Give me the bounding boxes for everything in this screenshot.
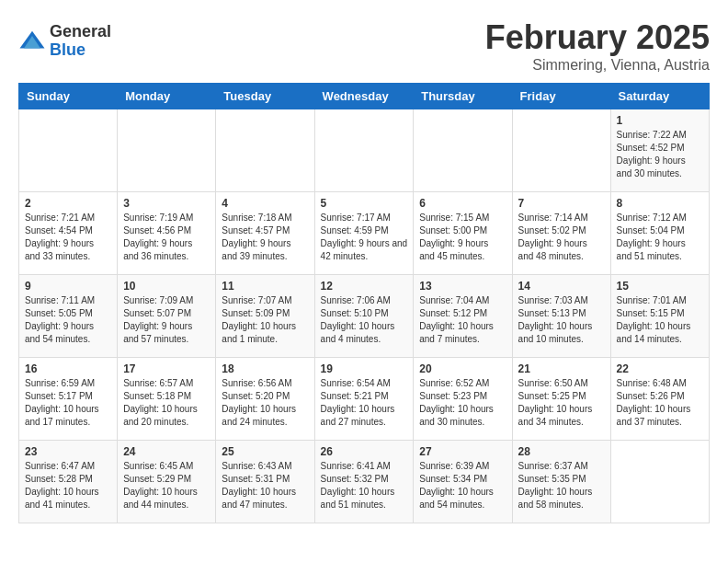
calendar-day-cell: 13Sunrise: 7:04 AM Sunset: 5:12 PM Dayli…	[414, 275, 512, 358]
day-info: Sunrise: 6:54 AM Sunset: 5:21 PM Dayligh…	[321, 377, 408, 429]
day-info: Sunrise: 7:07 AM Sunset: 5:09 PM Dayligh…	[222, 294, 308, 346]
calendar-day-cell: 15Sunrise: 7:01 AM Sunset: 5:15 PM Dayli…	[610, 275, 709, 358]
location: Simmering, Vienna, Austria	[485, 57, 710, 74]
calendar-day-cell: 18Sunrise: 6:56 AM Sunset: 5:20 PM Dayli…	[216, 358, 314, 441]
day-number: 21	[518, 362, 605, 375]
day-number: 24	[123, 445, 210, 458]
day-info: Sunrise: 6:47 AM Sunset: 5:28 PM Dayligh…	[25, 460, 111, 511]
day-info: Sunrise: 7:14 AM Sunset: 5:02 PM Dayligh…	[518, 212, 605, 263]
day-number: 18	[222, 362, 308, 375]
day-info: Sunrise: 6:41 AM Sunset: 5:32 PM Dayligh…	[321, 460, 408, 511]
day-info: Sunrise: 7:09 AM Sunset: 5:07 PM Dayligh…	[123, 294, 210, 346]
calendar-day-cell: 21Sunrise: 6:50 AM Sunset: 5:25 PM Dayli…	[512, 358, 610, 441]
day-info: Sunrise: 6:52 AM Sunset: 5:23 PM Dayligh…	[419, 377, 506, 429]
title-section: February 2025 Simmering, Vienna, Austria	[485, 18, 710, 74]
calendar-day-cell: 2Sunrise: 7:21 AM Sunset: 4:54 PM Daylig…	[19, 192, 118, 275]
calendar-day-cell	[19, 109, 118, 192]
calendar-day-cell	[512, 109, 610, 192]
day-number: 1	[617, 114, 703, 127]
day-number: 26	[321, 445, 408, 458]
day-number: 28	[518, 445, 605, 458]
weekday-header: Saturday	[610, 84, 709, 109]
calendar-day-cell: 19Sunrise: 6:54 AM Sunset: 5:21 PM Dayli…	[314, 358, 414, 441]
day-info: Sunrise: 7:17 AM Sunset: 4:59 PM Dayligh…	[321, 212, 408, 263]
day-info: Sunrise: 7:12 AM Sunset: 5:04 PM Dayligh…	[617, 212, 703, 263]
calendar-day-cell: 27Sunrise: 6:39 AM Sunset: 5:34 PM Dayli…	[414, 441, 512, 523]
day-number: 2	[25, 197, 111, 210]
day-number: 3	[123, 197, 210, 210]
day-number: 22	[617, 362, 703, 375]
day-number: 23	[25, 445, 111, 458]
weekday-header: Monday	[118, 84, 216, 109]
day-number: 17	[123, 362, 210, 375]
day-number: 9	[25, 280, 111, 293]
calendar-day-cell: 25Sunrise: 6:43 AM Sunset: 5:31 PM Dayli…	[216, 441, 314, 523]
calendar-day-cell: 1Sunrise: 7:22 AM Sunset: 4:52 PM Daylig…	[610, 109, 709, 192]
day-number: 20	[419, 362, 506, 375]
day-info: Sunrise: 7:18 AM Sunset: 4:57 PM Dayligh…	[222, 212, 308, 263]
day-number: 12	[321, 280, 408, 293]
calendar-day-cell: 7Sunrise: 7:14 AM Sunset: 5:02 PM Daylig…	[512, 192, 610, 275]
calendar-day-cell: 8Sunrise: 7:12 AM Sunset: 5:04 PM Daylig…	[610, 192, 709, 275]
day-info: Sunrise: 7:22 AM Sunset: 4:52 PM Dayligh…	[617, 129, 703, 180]
calendar-day-cell: 28Sunrise: 6:37 AM Sunset: 5:35 PM Dayli…	[512, 441, 610, 523]
calendar-week-row: 2Sunrise: 7:21 AM Sunset: 4:54 PM Daylig…	[19, 192, 710, 275]
day-info: Sunrise: 6:45 AM Sunset: 5:29 PM Dayligh…	[123, 460, 210, 511]
calendar-day-cell: 4Sunrise: 7:18 AM Sunset: 4:57 PM Daylig…	[216, 192, 314, 275]
day-info: Sunrise: 7:15 AM Sunset: 5:00 PM Dayligh…	[419, 212, 506, 263]
calendar-day-cell: 12Sunrise: 7:06 AM Sunset: 5:10 PM Dayli…	[314, 275, 414, 358]
calendar-day-cell: 11Sunrise: 7:07 AM Sunset: 5:09 PM Dayli…	[216, 275, 314, 358]
logo-icon	[18, 28, 46, 55]
calendar-day-cell: 22Sunrise: 6:48 AM Sunset: 5:26 PM Dayli…	[610, 358, 709, 441]
day-number: 25	[222, 445, 308, 458]
calendar-day-cell: 6Sunrise: 7:15 AM Sunset: 5:00 PM Daylig…	[414, 192, 512, 275]
calendar-day-cell	[314, 109, 414, 192]
day-info: Sunrise: 6:59 AM Sunset: 5:17 PM Dayligh…	[25, 377, 111, 429]
calendar-day-cell: 26Sunrise: 6:41 AM Sunset: 5:32 PM Dayli…	[314, 441, 414, 523]
calendar-day-cell: 5Sunrise: 7:17 AM Sunset: 4:59 PM Daylig…	[314, 192, 414, 275]
calendar-day-cell: 20Sunrise: 6:52 AM Sunset: 5:23 PM Dayli…	[414, 358, 512, 441]
calendar-day-cell	[414, 109, 512, 192]
logo-general-text: General	[50, 23, 111, 41]
day-number: 13	[419, 280, 506, 293]
day-info: Sunrise: 6:37 AM Sunset: 5:35 PM Dayligh…	[518, 460, 605, 511]
calendar-day-cell: 23Sunrise: 6:47 AM Sunset: 5:28 PM Dayli…	[19, 441, 118, 523]
day-info: Sunrise: 6:39 AM Sunset: 5:34 PM Dayligh…	[419, 460, 506, 511]
calendar-day-cell	[118, 109, 216, 192]
day-number: 7	[518, 197, 605, 210]
day-info: Sunrise: 7:21 AM Sunset: 4:54 PM Dayligh…	[25, 212, 111, 263]
weekday-header: Thursday	[414, 84, 512, 109]
weekday-header: Friday	[512, 84, 610, 109]
calendar-day-cell: 24Sunrise: 6:45 AM Sunset: 5:29 PM Dayli…	[118, 441, 216, 523]
day-info: Sunrise: 6:56 AM Sunset: 5:20 PM Dayligh…	[222, 377, 308, 429]
day-number: 4	[222, 197, 308, 210]
day-info: Sunrise: 6:57 AM Sunset: 5:18 PM Dayligh…	[123, 377, 210, 429]
day-info: Sunrise: 7:11 AM Sunset: 5:05 PM Dayligh…	[25, 294, 111, 346]
calendar-day-cell: 17Sunrise: 6:57 AM Sunset: 5:18 PM Dayli…	[118, 358, 216, 441]
weekday-header-row: SundayMondayTuesdayWednesdayThursdayFrid…	[19, 84, 710, 109]
calendar-day-cell	[216, 109, 314, 192]
day-number: 19	[321, 362, 408, 375]
calendar-week-row: 16Sunrise: 6:59 AM Sunset: 5:17 PM Dayli…	[19, 358, 710, 441]
calendar-table: SundayMondayTuesdayWednesdayThursdayFrid…	[18, 83, 710, 523]
day-info: Sunrise: 7:04 AM Sunset: 5:12 PM Dayligh…	[419, 294, 506, 346]
weekday-header: Tuesday	[216, 84, 314, 109]
day-number: 16	[25, 362, 111, 375]
day-info: Sunrise: 7:06 AM Sunset: 5:10 PM Dayligh…	[321, 294, 408, 346]
day-number: 8	[617, 197, 703, 210]
calendar-day-cell: 14Sunrise: 7:03 AM Sunset: 5:13 PM Dayli…	[512, 275, 610, 358]
calendar-week-row: 1Sunrise: 7:22 AM Sunset: 4:52 PM Daylig…	[19, 109, 710, 192]
logo: General Blue	[18, 23, 111, 60]
day-info: Sunrise: 6:50 AM Sunset: 5:25 PM Dayligh…	[518, 377, 605, 429]
day-number: 14	[518, 280, 605, 293]
day-number: 15	[617, 280, 703, 293]
day-info: Sunrise: 7:03 AM Sunset: 5:13 PM Dayligh…	[518, 294, 605, 346]
calendar-day-cell: 9Sunrise: 7:11 AM Sunset: 5:05 PM Daylig…	[19, 275, 118, 358]
day-number: 10	[123, 280, 210, 293]
calendar-week-row: 9Sunrise: 7:11 AM Sunset: 5:05 PM Daylig…	[19, 275, 710, 358]
calendar-day-cell: 3Sunrise: 7:19 AM Sunset: 4:56 PM Daylig…	[118, 192, 216, 275]
calendar-day-cell	[610, 441, 709, 523]
calendar-day-cell: 10Sunrise: 7:09 AM Sunset: 5:07 PM Dayli…	[118, 275, 216, 358]
day-number: 5	[321, 197, 408, 210]
day-info: Sunrise: 7:01 AM Sunset: 5:15 PM Dayligh…	[617, 294, 703, 346]
